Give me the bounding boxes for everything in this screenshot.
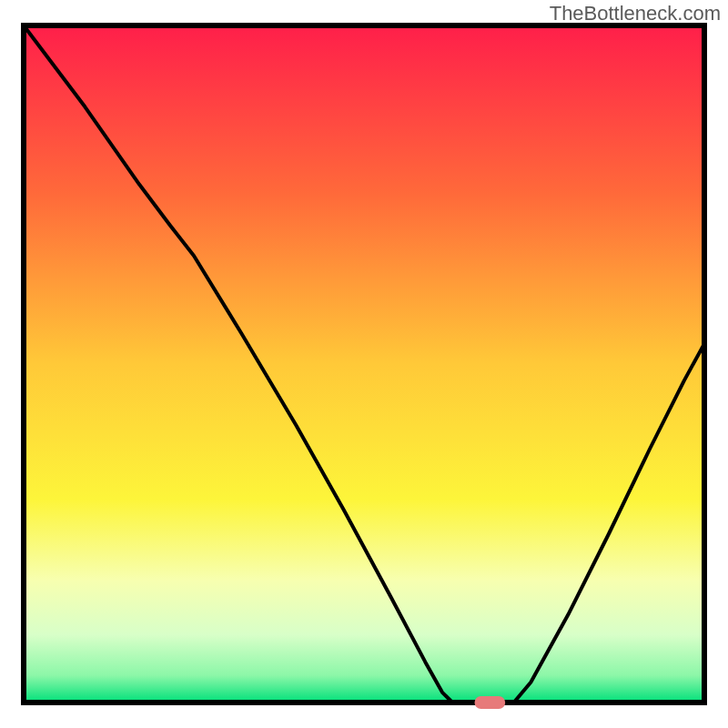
watermark-text: TheBottleneck.com (550, 2, 721, 25)
bottleneck-chart (0, 0, 728, 728)
plot-background (24, 25, 704, 703)
optimal-marker (475, 696, 506, 709)
